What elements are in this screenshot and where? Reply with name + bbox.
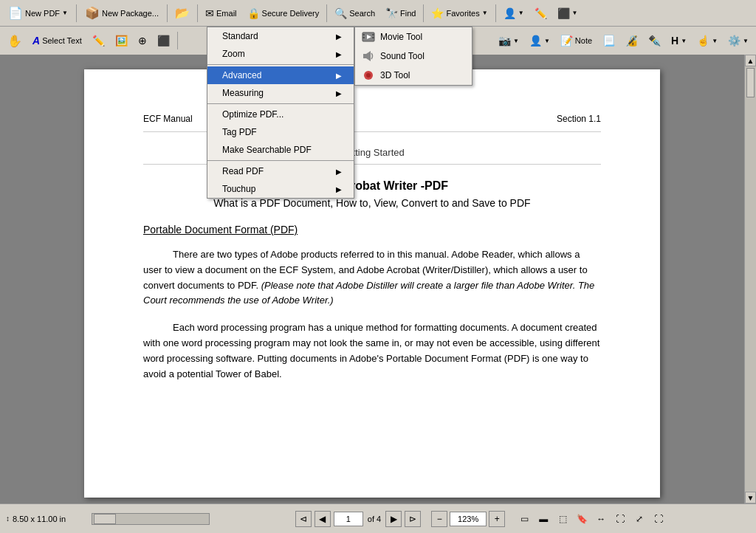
svg-marker-7 xyxy=(366,51,371,61)
arrow-right-icon: ▶ xyxy=(336,89,342,97)
standard-label: Standard xyxy=(222,31,258,41)
sound-icon xyxy=(361,49,376,63)
menu-divider3 xyxy=(207,160,354,161)
menu-optimize-pdf[interactable]: Optimize PDF... xyxy=(207,106,354,123)
menu-advanced[interactable]: Advanced ▶ xyxy=(207,66,354,84)
submenu-movie-tool[interactable]: Movie Tool xyxy=(355,27,472,47)
main-dropdown-menu: Standard ▶ Zoom ▶ Advanced ▶ Measuring ▶… xyxy=(207,27,354,199)
menu-divider xyxy=(207,64,354,65)
menu-divider2 xyxy=(207,103,354,104)
menu-tag-pdf[interactable]: Tag PDF xyxy=(207,123,354,141)
arrow-right-icon: ▶ xyxy=(336,168,342,176)
menu-overlay: Standard ▶ Zoom ▶ Advanced ▶ Measuring ▶… xyxy=(0,0,756,533)
movie-tool-label: Movie Tool xyxy=(380,32,422,42)
advanced-label: Advanced xyxy=(222,70,261,80)
menu-read-pdf[interactable]: Read PDF ▶ xyxy=(207,162,354,180)
submenu-3d-tool[interactable]: 3D Tool xyxy=(355,66,472,85)
submenu-sound-tool[interactable]: Sound Tool xyxy=(355,47,472,66)
menu-touchup[interactable]: Touchup ▶ xyxy=(207,180,354,198)
menu-measuring[interactable]: Measuring ▶ xyxy=(207,84,354,102)
arrow-right-icon: ▶ xyxy=(336,72,342,80)
svg-rect-1 xyxy=(362,34,365,35)
cube-icon xyxy=(361,68,376,83)
sound-tool-label: Sound Tool xyxy=(380,51,425,61)
menu-make-searchable[interactable]: Make Searchable PDF xyxy=(207,141,354,159)
measuring-label: Measuring xyxy=(222,88,264,98)
advanced-submenu: Movie Tool Sound Tool 3D Tool xyxy=(354,27,472,86)
menu-standard[interactable]: Standard ▶ xyxy=(207,27,354,45)
arrow-right-icon: ▶ xyxy=(336,185,342,193)
film-icon xyxy=(361,30,376,44)
svg-rect-2 xyxy=(362,37,365,38)
arrow-right-icon: ▶ xyxy=(336,32,342,41)
arrow-right-icon: ▶ xyxy=(336,50,342,58)
read-pdf-label: Read PDF xyxy=(222,166,264,176)
svg-rect-6 xyxy=(363,54,366,58)
zoom-label: Zoom xyxy=(222,49,245,59)
menu-zoom[interactable]: Zoom ▶ xyxy=(207,45,354,63)
svg-rect-4 xyxy=(372,37,374,38)
svg-rect-3 xyxy=(372,34,374,35)
3d-tool-label: 3D Tool xyxy=(380,70,410,80)
optimize-pdf-label: Optimize PDF... xyxy=(222,109,284,120)
tag-pdf-label: Tag PDF xyxy=(222,127,257,137)
touchup-label: Touchup xyxy=(222,184,255,194)
svg-point-9 xyxy=(366,73,371,78)
make-searchable-label: Make Searchable PDF xyxy=(222,145,312,155)
